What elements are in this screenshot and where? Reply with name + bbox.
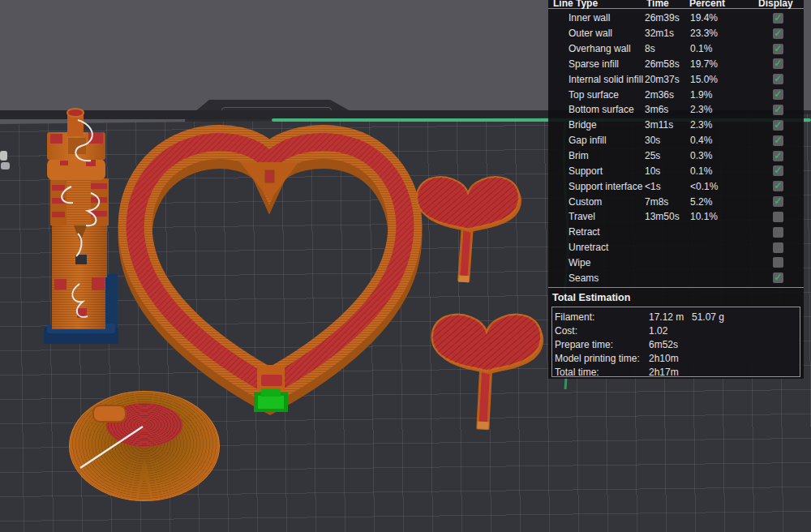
line-type-label: Outer wall <box>569 28 645 39</box>
display-checkbox[interactable]: ✓ <box>773 196 783 207</box>
legend-rows: Inner wall 26m39s 19.4% ✓ Outer wall 32m… <box>548 11 804 285</box>
legend-row: Gap infill 30s 0.4% ✓ <box>548 133 804 148</box>
line-type-label: Support <box>569 165 645 177</box>
estimation-label: Model printing time: <box>555 353 649 364</box>
line-type-percent: 0.1% <box>690 165 742 177</box>
display-checkbox[interactable]: ✓ <box>773 165 783 176</box>
estimation-value: 1.02 <box>649 325 692 337</box>
legend-row: Internal solid infill 20m37s 15.0% ✓ <box>548 71 804 87</box>
line-type-percent: 0.1% <box>690 43 742 54</box>
line-type-percent: 5.2% <box>690 196 742 208</box>
estimation-row: Total time: 2h17m <box>552 366 800 380</box>
legend-row: Custom 7m8s 5.2% ✓ <box>548 194 804 209</box>
estimation-row: Cost: 1.02 <box>552 324 800 337</box>
line-type-label: Wipe <box>569 257 645 268</box>
total-estimation-box: Filament: 17.12 m 51.07 g Cost: 1.02 Pre… <box>551 307 800 377</box>
display-checkbox[interactable]: ✓ <box>773 151 783 161</box>
line-type-label: Bottom surface <box>569 104 645 115</box>
legend-row: Unretract <box>548 240 804 255</box>
legend-row: Bottom surface 3m6s 2.3% ✓ <box>548 102 804 118</box>
line-type-time: 25s <box>645 150 690 161</box>
display-checkbox[interactable]: ✓ <box>773 181 783 191</box>
cone-slot <box>92 405 127 423</box>
line-type-time: 2m36s <box>645 89 690 101</box>
line-type-percent: 15.0% <box>690 74 742 85</box>
separator <box>548 287 804 288</box>
legend-row: Bridge 3m11s 2.3% ✓ <box>548 118 804 133</box>
line-type-time: 20m37s <box>645 74 690 85</box>
legend-row: Support 10s 0.1% ✓ <box>548 163 804 178</box>
display-checkbox[interactable]: ✓ <box>773 89 783 100</box>
line-type-label: Sparse infill <box>569 58 645 70</box>
display-checkbox[interactable]: ✓ <box>773 58 783 69</box>
slicer-preview-window: Line Type Time Percent Display Inner wal… <box>0 0 811 532</box>
estimation-label: Prepare time: <box>555 339 649 350</box>
legend-row: Support interface <1s <0.1% ✓ <box>548 178 804 194</box>
display-checkbox[interactable]: ✓ <box>773 44 783 54</box>
display-checkbox[interactable]: ✓ <box>773 13 783 24</box>
col-line-type: Line Type <box>553 0 598 9</box>
line-type-percent: 10.1% <box>690 211 742 222</box>
estimation-label: Total time: <box>555 367 649 378</box>
line-type-label: Bridge <box>569 119 645 131</box>
line-type-label: Custom <box>569 196 645 208</box>
estimation-label: Cost: <box>555 325 649 337</box>
line-type-time: 3m11s <box>645 119 690 131</box>
line-type-time: 26m58s <box>645 58 690 70</box>
line-type-percent: 23.3% <box>690 28 742 39</box>
line-type-percent: 2.3% <box>690 119 742 131</box>
line-type-label: Internal solid infill <box>569 74 645 85</box>
line-type-percent: 0.3% <box>690 150 742 161</box>
line-type-time: 3m6s <box>645 104 690 115</box>
line-type-time: <1s <box>645 181 690 192</box>
line-type-time: 10s <box>645 165 690 177</box>
display-checkbox[interactable]: ✓ <box>773 74 783 84</box>
col-display: Display <box>758 0 793 9</box>
legend-row: Top surface 2m36s 1.9% ✓ <box>548 87 804 102</box>
display-checkbox[interactable] <box>773 212 783 222</box>
display-checkbox[interactable]: ✓ <box>773 28 783 39</box>
line-type-label: Seams <box>569 272 645 284</box>
legend-header: Line Type Time Percent Display <box>548 0 804 7</box>
estimation-value: 17.12 m <box>649 311 692 323</box>
estimation-row: Model printing time: 2h10m <box>552 352 800 366</box>
line-type-label: Retract <box>569 226 645 238</box>
line-type-percent: 1.9% <box>690 89 742 101</box>
line-type-time: 7m8s <box>645 196 690 208</box>
display-checkbox[interactable] <box>773 242 783 253</box>
display-checkbox[interactable]: ✓ <box>773 272 783 283</box>
line-type-time: 26m39s <box>645 12 690 24</box>
legend-row: Seams ✓ <box>548 270 804 285</box>
estimation-label: Filament: <box>555 311 649 323</box>
line-type-percent: <0.1% <box>690 181 742 192</box>
display-checkbox[interactable]: ✓ <box>773 105 783 115</box>
display-checkbox[interactable]: ✓ <box>773 135 783 146</box>
line-type-percent: 0.4% <box>690 135 742 146</box>
display-checkbox[interactable]: ✓ <box>773 120 783 131</box>
legend-row: Retract <box>548 225 804 240</box>
line-type-time: 30s <box>645 135 690 146</box>
line-type-percent: 19.7% <box>690 58 742 70</box>
line-type-time: 32m1s <box>645 28 690 39</box>
col-time: Time <box>646 0 669 9</box>
estimation-row: Prepare time: 6m52s <box>552 337 800 351</box>
legend-row: Sparse infill 26m58s 19.7% ✓ <box>548 57 804 72</box>
line-type-label: Travel <box>569 211 645 222</box>
line-type-label: Brim <box>569 150 645 161</box>
line-type-percent: 19.4% <box>690 12 742 24</box>
line-type-time: 8s <box>645 43 690 54</box>
estimation-value: 2h17m <box>649 367 692 378</box>
total-estimation-title: Total Estimation <box>548 290 804 306</box>
display-checkbox[interactable] <box>773 257 783 268</box>
line-type-label: Support interface <box>569 181 645 192</box>
legend-row: Brim 25s 0.3% ✓ <box>548 148 804 164</box>
display-checkbox[interactable] <box>773 227 783 238</box>
legend-row: Travel 13m50s 10.1% <box>548 209 804 225</box>
legend-row: Overhang wall 8s 0.1% ✓ <box>548 41 804 57</box>
estimation-value: 6m52s <box>649 339 692 350</box>
line-type-label: Unretract <box>569 242 645 253</box>
model-cone-disc[interactable] <box>69 391 220 501</box>
estimation-value-2: 51.07 g <box>692 311 800 323</box>
line-type-label: Top surface <box>569 89 645 101</box>
line-type-label: Inner wall <box>569 12 645 24</box>
